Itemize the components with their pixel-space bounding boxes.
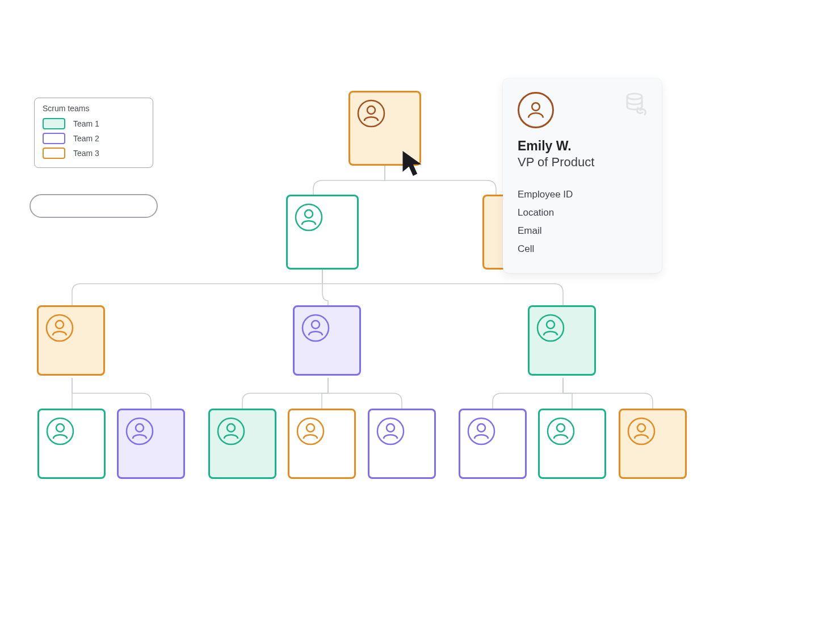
- svg-point-1: [367, 106, 375, 114]
- svg-point-21: [477, 424, 485, 432]
- person-fields: Employee ID Location Email Cell: [518, 186, 647, 258]
- person-icon: [125, 417, 154, 445]
- person-icon: [46, 417, 74, 445]
- person-detail-popover[interactable]: Emily W. VP of Product Employee ID Locat…: [503, 78, 662, 273]
- svg-point-5: [56, 321, 64, 329]
- svg-point-15: [227, 424, 235, 432]
- org-node-l3-3[interactable]: [288, 409, 356, 479]
- person-name: Emily W.: [518, 138, 647, 154]
- legend-swatch-team3: [43, 148, 65, 159]
- field-email: Email: [518, 222, 647, 240]
- org-node-l3-0[interactable]: [37, 409, 106, 479]
- org-node-l3-1[interactable]: [117, 409, 185, 479]
- legend-row-team1: Team 1: [43, 116, 145, 131]
- person-icon: [301, 314, 330, 342]
- legend-swatch-team1: [43, 118, 65, 129]
- legend-title: Scrum teams: [43, 104, 145, 113]
- person-icon: [547, 417, 575, 445]
- svg-point-23: [557, 424, 565, 432]
- person-icon: [467, 417, 495, 445]
- legend-label-team2: Team 2: [73, 134, 99, 143]
- org-canvas: Scrum teams Team 1 Team 2 Team 3: [0, 0, 840, 631]
- svg-point-26: [532, 103, 540, 111]
- svg-point-27: [627, 94, 642, 99]
- org-node-l1-0[interactable]: [286, 195, 359, 270]
- legend-row-team2: Team 2: [43, 131, 145, 146]
- person-icon: [295, 203, 323, 232]
- legend: Scrum teams Team 1 Team 2 Team 3: [34, 98, 153, 168]
- svg-point-25: [637, 424, 645, 432]
- person-icon: [536, 314, 565, 342]
- person-icon: [357, 99, 385, 128]
- search-input[interactable]: [30, 194, 158, 218]
- org-node-l3-7[interactable]: [619, 409, 687, 479]
- person-icon: [627, 417, 656, 445]
- svg-point-19: [387, 424, 394, 432]
- svg-point-7: [312, 321, 320, 329]
- person-icon: [376, 417, 405, 445]
- avatar-icon: [518, 92, 554, 128]
- person-icon: [296, 417, 325, 445]
- legend-label-team1: Team 1: [73, 119, 99, 128]
- svg-point-9: [547, 321, 555, 329]
- org-node-l3-5[interactable]: [459, 409, 527, 479]
- legend-label-team3: Team 3: [73, 149, 99, 158]
- person-icon: [217, 417, 245, 445]
- org-node-l3-2[interactable]: [208, 409, 276, 479]
- person-icon: [45, 314, 74, 342]
- org-node-l2-1[interactable]: [293, 305, 361, 376]
- field-cell: Cell: [518, 240, 647, 258]
- org-node-root[interactable]: [348, 91, 421, 166]
- svg-point-13: [136, 424, 144, 432]
- svg-point-17: [306, 424, 314, 432]
- svg-point-3: [305, 210, 313, 218]
- legend-row-team3: Team 3: [43, 146, 145, 161]
- field-employee-id: Employee ID: [518, 186, 647, 204]
- org-node-l2-2[interactable]: [528, 305, 596, 376]
- org-node-l3-4[interactable]: [368, 409, 436, 479]
- field-location: Location: [518, 204, 647, 222]
- svg-point-11: [56, 424, 64, 432]
- legend-swatch-team2: [43, 133, 65, 144]
- database-link-icon: [624, 91, 649, 116]
- org-node-l3-6[interactable]: [538, 409, 606, 479]
- org-node-l2-0[interactable]: [37, 305, 105, 376]
- person-title: VP of Product: [518, 155, 647, 170]
